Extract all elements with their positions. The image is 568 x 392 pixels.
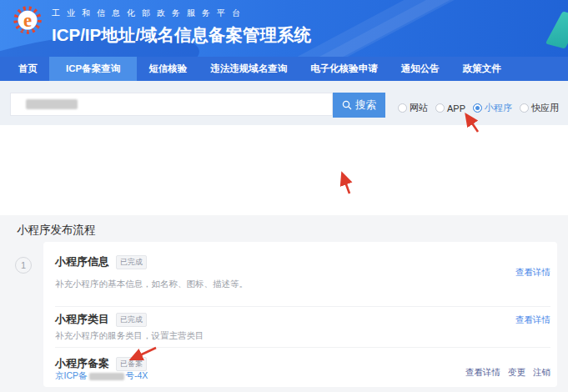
radio-selected-icon — [473, 103, 482, 113]
radio-quickapp[interactable]: 快应用 — [520, 102, 559, 114]
radio-label: 小程序 — [485, 102, 512, 114]
cancel-link[interactable]: 注销 — [533, 367, 550, 379]
filing-number-link[interactable]: 京ICP备 号-4X — [55, 370, 148, 382]
results-area: 序号 主办单位名称 主办单位性质 服务备案号 审核日期 操作 1 个人 京ICP… — [0, 125, 568, 215]
item-title-text: 小程序备案 — [55, 356, 109, 371]
flow-item-category-title: 小程序类目 已完成 — [55, 312, 147, 327]
radio-website[interactable]: 网站 — [398, 102, 428, 114]
nav-item-illegal-domain[interactable]: 违法违规域名查询 — [199, 57, 299, 81]
filing-action-links: 查看详情 变更 注销 — [465, 367, 550, 379]
nav-item-sms-verify[interactable]: 短信核验 — [137, 57, 199, 81]
nav-item-notices[interactable]: 通知公告 — [390, 57, 451, 81]
divider — [55, 347, 550, 348]
search-input[interactable] — [10, 93, 333, 116]
system-title: ICP/IP地址/域名信息备案管理系统 — [52, 23, 311, 47]
redacted-search-text — [26, 99, 78, 109]
main-nav: 首页 ICP备案查询 短信核验 违法违规域名查询 电子化核验申请 通知公告 政策… — [0, 57, 568, 81]
svg-text:e: e — [23, 10, 32, 31]
flow-item-info-title: 小程序信息 已完成 — [55, 254, 147, 269]
change-link[interactable]: 变更 — [508, 367, 525, 379]
platform-name: 工业和信息化部政务服务平台 — [52, 8, 311, 19]
header-decor-teal — [545, 11, 568, 48]
search-icon — [342, 100, 352, 110]
nav-item-home[interactable]: 首页 — [7, 57, 49, 81]
nav-item-policy-docs[interactable]: 政策文件 — [451, 57, 513, 81]
item-title-text: 小程序类目 — [55, 312, 109, 327]
step-number-badge: 1 — [15, 257, 32, 274]
item-title-text: 小程序信息 — [55, 254, 109, 269]
view-details-link[interactable]: 查看详情 — [515, 314, 550, 326]
radio-circle-icon — [520, 103, 529, 113]
app-header: e 工业和信息化部政务服务平台 ICP/IP地址/域名信息备案管理系统 — [0, 0, 568, 57]
flow-item-filing-title: 小程序备案 已备案 — [55, 356, 147, 371]
flow-item-info-desc: 补充小程序的基本信息，如名称、图标、描述等。 — [55, 279, 248, 290]
status-badge: 已完成 — [116, 313, 147, 327]
nav-item-icp-query[interactable]: ICP备案查询 — [49, 57, 137, 81]
filing-prefix: 京ICP备 — [55, 370, 88, 382]
view-details-link[interactable]: 查看详情 — [515, 267, 550, 279]
search-button-label: 搜索 — [355, 98, 376, 113]
radio-miniprogram[interactable]: 小程序 — [473, 102, 512, 114]
search-button[interactable]: 搜索 — [333, 93, 385, 118]
filing-suffix: 号-4X — [126, 370, 148, 382]
search-section: 搜索 网站 APP 小程序 快应用 — [0, 81, 568, 125]
radio-label: APP — [447, 103, 465, 113]
radio-label: 快应用 — [531, 102, 559, 114]
flow-item-category-desc: 补充小程序的服务类目，设置主营类目 — [55, 330, 204, 342]
radio-app[interactable]: APP — [435, 103, 465, 113]
divider — [55, 306, 550, 307]
search-type-radios: 网站 APP 小程序 快应用 — [398, 102, 559, 114]
redacted-filing-number — [89, 373, 124, 380]
miniprogram-flow-section: 小程序发布流程 1 小程序信息 已完成 查看详情 补充小程序的基本信息，如名称、… — [0, 215, 568, 392]
radio-circle-icon — [435, 103, 445, 113]
view-details-link[interactable]: 查看详情 — [465, 367, 500, 379]
flow-section-title: 小程序发布流程 — [17, 223, 96, 238]
radio-circle-icon — [398, 103, 407, 113]
status-badge: 已完成 — [116, 255, 147, 269]
flow-card: 小程序信息 已完成 查看详情 补充小程序的基本信息，如名称、图标、描述等。 小程… — [43, 242, 557, 387]
miit-logo-icon: e — [11, 4, 46, 39]
status-badge-filed: 已备案 — [116, 357, 147, 371]
nav-item-e-verify[interactable]: 电子化核验申请 — [299, 57, 390, 81]
radio-label: 网站 — [410, 102, 428, 114]
